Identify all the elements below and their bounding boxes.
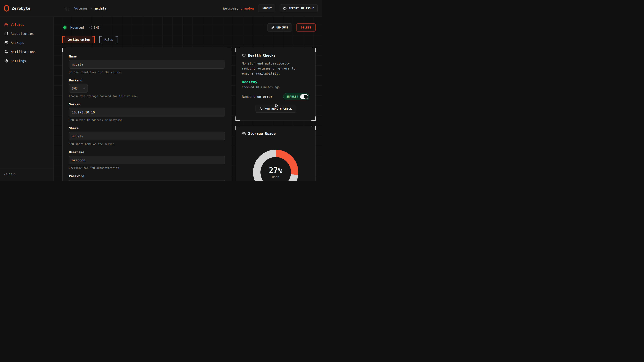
unplug-icon bbox=[271, 26, 274, 29]
remount-on-error-label: Remount on error bbox=[242, 95, 272, 98]
volume-status-row: Mounted SMB bbox=[62, 23, 316, 31]
breadcrumb: Volumes > ncdata bbox=[65, 0, 106, 16]
backend-help: Choose the storage backend for this volu… bbox=[69, 94, 225, 98]
breadcrumb-separator: > bbox=[90, 6, 92, 10]
corner-bracket bbox=[312, 48, 316, 52]
health-checks-title: Health Checks bbox=[248, 53, 276, 57]
username-help: Username for SMB authentication. bbox=[69, 166, 225, 170]
database-icon bbox=[4, 32, 8, 35]
health-last-checked: Checked 10 minutes ago bbox=[242, 85, 310, 89]
gear-icon bbox=[4, 59, 8, 63]
server-input[interactable] bbox=[69, 108, 225, 116]
health-status-badge: Healthy bbox=[242, 80, 310, 84]
mounted-status-label: Mounted bbox=[70, 26, 84, 29]
storage-usage-title: Storage Usage bbox=[248, 132, 276, 136]
backend-field-group: Backend SMB Choose the storage backend f… bbox=[69, 78, 225, 98]
configuration-panel: Name Unique identifier for the volume. B… bbox=[62, 48, 231, 181]
zerobyte-logo-icon bbox=[4, 5, 9, 12]
name-input[interactable] bbox=[69, 60, 225, 68]
sidebar-item-label: Volumes bbox=[11, 23, 24, 26]
sidebar-item-notifications[interactable]: Notifications bbox=[0, 47, 54, 56]
health-description: Monitor and automatically remount volume… bbox=[242, 61, 300, 76]
storage-used-label: Used bbox=[272, 175, 279, 179]
server-help: SMB server IP address or hostname. bbox=[69, 118, 225, 122]
share-icon bbox=[89, 26, 92, 29]
name-help: Unique identifier for the volume. bbox=[69, 70, 225, 74]
password-input[interactable] bbox=[69, 180, 225, 181]
delete-button[interactable]: DELETE bbox=[296, 23, 316, 31]
report-issue-button[interactable]: REPORT AN ISSUE bbox=[280, 4, 318, 12]
chevron-down-icon bbox=[82, 87, 86, 90]
tab-bar: Configuration Files bbox=[62, 36, 316, 43]
backend-select[interactable]: SMB bbox=[69, 84, 88, 92]
protocol-badge: SMB bbox=[94, 26, 100, 29]
welcome-username: brandon bbox=[240, 6, 254, 10]
top-bar: Zerobyte Volumes > ncdata Welcome, brand… bbox=[0, 0, 322, 17]
password-label: Password bbox=[69, 174, 225, 178]
hard-drive-icon bbox=[4, 23, 8, 26]
storage-donut-center: 27% Used bbox=[260, 157, 291, 181]
main-content: Mounted SMB bbox=[54, 17, 322, 181]
share-field-group: Share SMB share name on the server. bbox=[69, 126, 225, 146]
share-input[interactable] bbox=[69, 132, 225, 140]
sidebar-item-label: Settings bbox=[11, 59, 26, 63]
brand: Zerobyte bbox=[4, 5, 30, 12]
storage-percent: 27% bbox=[269, 166, 282, 174]
name-label: Name bbox=[69, 54, 225, 58]
corner-bracket bbox=[236, 116, 240, 121]
username-label: Username bbox=[69, 150, 225, 154]
corner-bracket bbox=[62, 48, 66, 52]
bug-icon bbox=[283, 7, 286, 10]
corner-bracket bbox=[236, 126, 240, 130]
storage-usage-card: Storage Usage 27% Used bbox=[236, 126, 316, 181]
logout-button[interactable]: LOGOUT bbox=[258, 4, 276, 12]
username-input[interactable] bbox=[69, 156, 225, 164]
sidebar-item-repositories[interactable]: Repositories bbox=[0, 29, 54, 38]
tab-files[interactable]: Files bbox=[99, 36, 118, 43]
corner-bracket bbox=[312, 126, 316, 130]
sidebar: Volumes Repositories Backups bbox=[0, 17, 54, 181]
storage-donut: 27% Used bbox=[253, 150, 298, 181]
backend-label: Backend bbox=[69, 78, 225, 82]
hard-drive-icon bbox=[242, 132, 246, 136]
app-version: v0.18.5 bbox=[0, 169, 54, 181]
unmount-button[interactable]: UNMOUNT bbox=[267, 23, 292, 31]
share-label: Share bbox=[69, 126, 225, 130]
sidebar-item-label: Backups bbox=[11, 41, 24, 44]
welcome-text: Welcome, brandon bbox=[223, 6, 254, 10]
sidebar-toggle-icon[interactable] bbox=[65, 6, 69, 10]
share-help: SMB share name on the server. bbox=[69, 142, 225, 146]
server-label: Server bbox=[69, 102, 225, 106]
health-checks-card: Health Checks Monitor and automatically … bbox=[236, 48, 316, 121]
brand-name: Zerobyte bbox=[12, 6, 30, 10]
remount-toggle-state: ENABLED bbox=[286, 95, 298, 98]
sidebar-item-backups[interactable]: Backups bbox=[0, 38, 54, 47]
activity-pulse-icon bbox=[260, 107, 263, 110]
corner-bracket bbox=[312, 116, 316, 121]
breadcrumb-current: ncdata bbox=[95, 6, 106, 10]
sidebar-item-settings[interactable]: Settings bbox=[0, 56, 54, 65]
run-health-check-button[interactable]: RUN HEALTH CHECK bbox=[255, 105, 296, 113]
remount-toggle[interactable]: ENABLED bbox=[283, 93, 310, 100]
heart-icon bbox=[242, 54, 246, 57]
bell-icon bbox=[4, 50, 8, 54]
mounted-status-dot bbox=[64, 26, 66, 29]
sidebar-item-volumes[interactable]: Volumes bbox=[0, 20, 54, 29]
backend-select-value: SMB bbox=[72, 86, 78, 90]
name-field-group: Name Unique identifier for the volume. bbox=[69, 54, 225, 74]
tab-configuration[interactable]: Configuration bbox=[62, 36, 95, 43]
server-field-group: Server SMB server IP address or hostname… bbox=[69, 102, 225, 122]
calendar-clock-icon bbox=[4, 41, 8, 44]
username-field-group: Username Username for SMB authentication… bbox=[69, 150, 225, 170]
sidebar-item-label: Notifications bbox=[11, 50, 36, 54]
password-field-group: Password bbox=[69, 174, 225, 181]
corner-bracket bbox=[227, 48, 231, 52]
sidebar-item-label: Repositories bbox=[11, 32, 34, 35]
corner-bracket bbox=[236, 48, 240, 52]
toggle-switch-knob bbox=[300, 94, 308, 99]
breadcrumb-section[interactable]: Volumes bbox=[74, 6, 88, 10]
